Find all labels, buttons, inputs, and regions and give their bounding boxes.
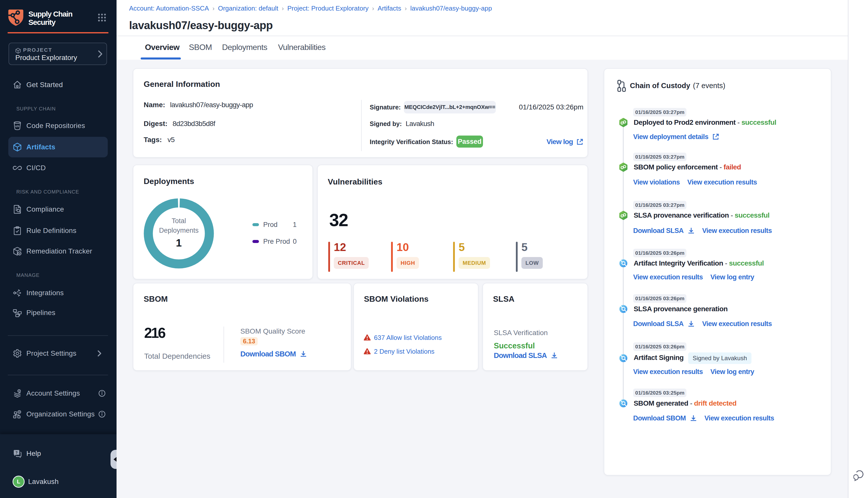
svg-text:?: ? <box>15 450 17 455</box>
